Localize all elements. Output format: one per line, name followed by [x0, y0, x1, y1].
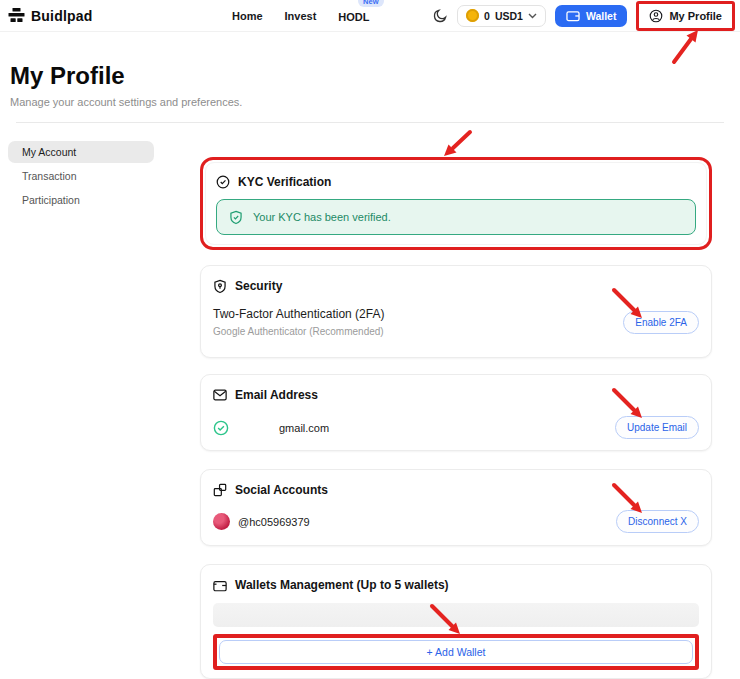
coin-icon	[466, 9, 479, 22]
wallet-button[interactable]: Wallet	[555, 5, 628, 27]
enable-2fa-button[interactable]: Enable 2FA	[623, 311, 699, 334]
annotation-box-add-wallet: + Add Wallet	[213, 634, 699, 670]
page-header: My Profile Manage your account settings …	[0, 32, 740, 123]
security-card: Security Two-Factor Authentication (2FA)…	[200, 265, 712, 358]
update-email-button[interactable]: Update Email	[615, 416, 699, 439]
chevron-down-icon	[528, 13, 537, 19]
profile-content: KYC Verification Your KYC has been verif…	[200, 157, 712, 679]
social-card-title: Social Accounts	[235, 483, 328, 497]
x-account-avatar	[213, 513, 230, 530]
wallet-button-label: Wallet	[586, 10, 617, 22]
two-factor-row: Two-Factor Authentication (2FA) Google A…	[213, 307, 699, 337]
balance-amount: 0	[484, 10, 490, 22]
moon-icon	[433, 8, 448, 23]
wallets-card-title: Wallets Management (Up to 5 wallets)	[235, 578, 449, 592]
my-profile-button[interactable]: My Profile	[641, 5, 730, 27]
two-factor-subtitle: Google Authenticator (Recommended)	[213, 326, 384, 337]
wallets-card-header: Wallets Management (Up to 5 wallets)	[213, 577, 699, 593]
divider	[16, 122, 724, 123]
top-navigation-bar: Buidlpad Home Invest New HODL 0 USD1	[0, 0, 740, 32]
disconnect-x-button[interactable]: Disconnect X	[616, 510, 699, 533]
nav-home[interactable]: Home	[232, 10, 263, 22]
logo[interactable]: Buidlpad	[8, 8, 92, 24]
social-card-header: Social Accounts	[213, 482, 699, 498]
wallet-icon	[566, 9, 580, 22]
kyc-card: KYC Verification Your KYC has been verif…	[205, 162, 707, 245]
dark-mode-toggle[interactable]	[433, 8, 448, 23]
social-card: Social Accounts @hc05969379 Disconnect X	[200, 469, 712, 546]
email-card: Email Address gmail.com Update Email	[200, 374, 712, 451]
email-address-value: gmail.com	[279, 422, 329, 434]
social-account-row: @hc05969379 Disconnect X	[213, 510, 699, 533]
nav-hodl[interactable]: HODL	[338, 11, 369, 23]
wallet-card-icon	[213, 579, 227, 592]
x-account-handle: @hc05969379	[238, 516, 310, 528]
logo-text: Buidlpad	[31, 8, 92, 24]
annotation-box-kyc: KYC Verification Your KYC has been verif…	[200, 157, 712, 250]
blocks-icon	[213, 483, 227, 497]
my-profile-button-label: My Profile	[669, 10, 722, 22]
email-row: gmail.com Update Email	[213, 416, 699, 439]
sidebar-item-my-account[interactable]: My Account	[8, 141, 154, 163]
wallets-card: Wallets Management (Up to 5 wallets) + A…	[200, 564, 712, 679]
nav-invest[interactable]: Invest	[285, 10, 317, 22]
circle-check-icon	[216, 175, 230, 189]
annotation-box-profile: My Profile	[636, 1, 735, 31]
balance-currency: USD1	[495, 10, 523, 22]
sidebar-item-participation[interactable]: Participation	[8, 189, 154, 211]
topbar-right: 0 USD1 Wallet	[433, 1, 735, 31]
profile-page: Buidlpad Home Invest New HODL 0 USD1	[0, 0, 740, 679]
shield-check-icon	[229, 210, 243, 225]
email-card-header: Email Address	[213, 387, 699, 403]
user-circle-icon	[649, 9, 663, 23]
security-card-header: Security	[213, 278, 699, 294]
kyc-status-message: Your KYC has been verified.	[253, 211, 391, 223]
wallet-row-redacted	[213, 603, 699, 627]
verified-check-icon	[213, 420, 229, 436]
page-subtitle: Manage your account settings and prefere…	[10, 96, 730, 108]
kyc-card-title: KYC Verification	[238, 175, 331, 189]
kyc-verified-alert: Your KYC has been verified.	[216, 199, 696, 235]
two-factor-title: Two-Factor Authentication (2FA)	[213, 307, 384, 321]
security-card-title: Security	[235, 279, 282, 293]
new-badge: New	[358, 0, 383, 7]
main-nav: Home Invest New HODL	[232, 0, 370, 32]
envelope-icon	[213, 389, 227, 401]
email-card-title: Email Address	[235, 388, 318, 402]
buidlpad-logo-icon	[8, 8, 25, 24]
balance-selector[interactable]: 0 USD1	[457, 5, 546, 27]
sidebar-item-transaction[interactable]: Transaction	[8, 165, 154, 187]
page-title: My Profile	[10, 62, 730, 90]
settings-sidebar: My Account Transaction Participation	[8, 141, 154, 213]
kyc-card-header: KYC Verification	[216, 174, 696, 190]
shield-icon	[213, 279, 227, 294]
add-wallet-button[interactable]: + Add Wallet	[219, 640, 693, 664]
